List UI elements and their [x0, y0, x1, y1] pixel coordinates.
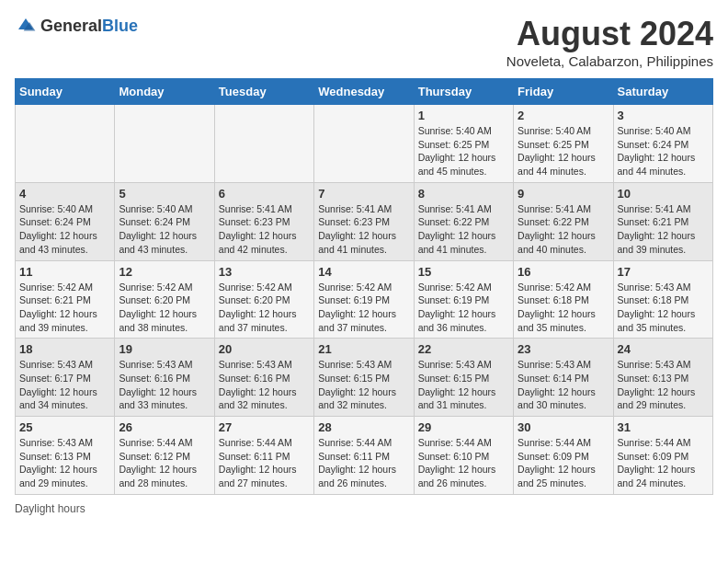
day-number: 3: [618, 109, 709, 122]
calendar-week-2: 11Sunrise: 5:42 AM Sunset: 6:21 PM Dayli…: [16, 260, 713, 339]
day-detail: Sunrise: 5:41 AM Sunset: 6:21 PM Dayligh…: [618, 202, 709, 257]
day-number: 26: [119, 420, 210, 434]
day-number: 18: [19, 342, 110, 356]
calendar-week-3: 18Sunrise: 5:43 AM Sunset: 6:17 PM Dayli…: [16, 339, 713, 417]
day-detail: Sunrise: 5:40 AM Sunset: 6:25 PM Dayligh…: [518, 124, 609, 178]
footer-note: Daylight hours: [15, 502, 713, 515]
calendar-cell: 29Sunrise: 5:44 AM Sunset: 6:10 PM Dayli…: [414, 417, 513, 495]
day-header-tuesday: Tuesday: [214, 79, 313, 105]
day-detail: Sunrise: 5:42 AM Sunset: 6:21 PM Dayligh…: [19, 281, 110, 335]
day-number: 28: [318, 420, 409, 434]
subtitle: Noveleta, Calabarzon, Philippines: [506, 53, 713, 69]
day-detail: Sunrise: 5:44 AM Sunset: 6:10 PM Dayligh…: [418, 436, 509, 490]
day-detail: Sunrise: 5:43 AM Sunset: 6:13 PM Dayligh…: [618, 358, 709, 412]
header: GeneralBlue August 2024 Noveleta, Calaba…: [15, 15, 713, 69]
logo-icon: [15, 15, 37, 37]
day-number: 13: [219, 265, 310, 279]
calendar-cell: [16, 105, 115, 183]
calendar-week-0: 1Sunrise: 5:40 AM Sunset: 6:25 PM Daylig…: [16, 105, 713, 183]
day-number: 11: [19, 265, 110, 279]
day-detail: Sunrise: 5:42 AM Sunset: 6:18 PM Dayligh…: [518, 281, 609, 335]
day-detail: Sunrise: 5:44 AM Sunset: 6:12 PM Dayligh…: [119, 436, 210, 490]
calendar-cell: [115, 105, 214, 183]
day-number: 23: [518, 342, 609, 356]
day-detail: Sunrise: 5:44 AM Sunset: 6:11 PM Dayligh…: [219, 436, 310, 490]
calendar-cell: 31Sunrise: 5:44 AM Sunset: 6:09 PM Dayli…: [613, 417, 712, 495]
calendar-cell: [314, 105, 414, 183]
calendar-cell: 19Sunrise: 5:43 AM Sunset: 6:16 PM Dayli…: [115, 339, 214, 417]
calendar-cell: 17Sunrise: 5:43 AM Sunset: 6:18 PM Dayli…: [613, 260, 712, 339]
calendar-cell: 6Sunrise: 5:41 AM Sunset: 6:23 PM Daylig…: [214, 182, 313, 260]
calendar-cell: 2Sunrise: 5:40 AM Sunset: 6:25 PM Daylig…: [514, 105, 613, 183]
main-title: August 2024: [506, 15, 713, 53]
calendar-cell: 30Sunrise: 5:44 AM Sunset: 6:09 PM Dayli…: [514, 417, 613, 495]
day-number: 31: [618, 420, 709, 434]
day-number: 25: [19, 420, 110, 434]
day-number: 16: [518, 265, 609, 279]
day-number: 8: [418, 187, 509, 201]
day-detail: Sunrise: 5:43 AM Sunset: 6:18 PM Dayligh…: [618, 281, 709, 335]
calendar-cell: 14Sunrise: 5:42 AM Sunset: 6:19 PM Dayli…: [314, 260, 414, 339]
day-detail: Sunrise: 5:42 AM Sunset: 6:19 PM Dayligh…: [418, 281, 509, 335]
day-header-sunday: Sunday: [16, 79, 115, 105]
day-header-wednesday: Wednesday: [314, 79, 414, 105]
day-number: 4: [19, 187, 110, 201]
day-number: 14: [318, 265, 409, 279]
calendar-cell: 1Sunrise: 5:40 AM Sunset: 6:25 PM Daylig…: [414, 105, 513, 183]
calendar-week-1: 4Sunrise: 5:40 AM Sunset: 6:24 PM Daylig…: [16, 182, 713, 260]
day-number: 7: [318, 187, 409, 201]
calendar-cell: 26Sunrise: 5:44 AM Sunset: 6:12 PM Dayli…: [115, 417, 214, 495]
day-number: 15: [418, 265, 509, 279]
day-detail: Sunrise: 5:41 AM Sunset: 6:23 PM Dayligh…: [219, 202, 310, 257]
calendar-cell: 24Sunrise: 5:43 AM Sunset: 6:13 PM Dayli…: [613, 339, 712, 417]
day-number: 21: [318, 342, 409, 356]
day-detail: Sunrise: 5:40 AM Sunset: 6:24 PM Dayligh…: [618, 124, 709, 178]
calendar-cell: 25Sunrise: 5:43 AM Sunset: 6:13 PM Dayli…: [16, 417, 115, 495]
day-detail: Sunrise: 5:43 AM Sunset: 6:16 PM Dayligh…: [219, 358, 310, 412]
day-detail: Sunrise: 5:40 AM Sunset: 6:24 PM Dayligh…: [119, 202, 210, 257]
day-header-monday: Monday: [115, 79, 214, 105]
calendar-cell: 20Sunrise: 5:43 AM Sunset: 6:16 PM Dayli…: [214, 339, 313, 417]
day-detail: Sunrise: 5:41 AM Sunset: 6:23 PM Dayligh…: [318, 202, 409, 257]
day-detail: Sunrise: 5:44 AM Sunset: 6:09 PM Dayligh…: [618, 436, 709, 490]
calendar-cell: 23Sunrise: 5:43 AM Sunset: 6:14 PM Dayli…: [514, 339, 613, 417]
calendar-cell: 7Sunrise: 5:41 AM Sunset: 6:23 PM Daylig…: [314, 182, 414, 260]
logo-blue: Blue: [102, 17, 138, 35]
calendar-table: SundayMondayTuesdayWednesdayThursdayFrid…: [15, 78, 713, 495]
day-number: 24: [618, 342, 709, 356]
calendar-cell: 5Sunrise: 5:40 AM Sunset: 6:24 PM Daylig…: [115, 182, 214, 260]
day-number: 12: [119, 265, 210, 279]
day-detail: Sunrise: 5:44 AM Sunset: 6:09 PM Dayligh…: [518, 436, 609, 490]
day-detail: Sunrise: 5:43 AM Sunset: 6:15 PM Dayligh…: [418, 358, 509, 412]
day-detail: Sunrise: 5:44 AM Sunset: 6:11 PM Dayligh…: [318, 436, 409, 490]
logo-general: General: [40, 17, 102, 35]
calendar-cell: 8Sunrise: 5:41 AM Sunset: 6:22 PM Daylig…: [414, 182, 513, 260]
calendar-week-4: 25Sunrise: 5:43 AM Sunset: 6:13 PM Dayli…: [16, 417, 713, 495]
calendar-cell: 4Sunrise: 5:40 AM Sunset: 6:24 PM Daylig…: [16, 182, 115, 260]
day-number: 19: [119, 342, 210, 356]
day-number: 6: [219, 187, 310, 201]
day-detail: Sunrise: 5:41 AM Sunset: 6:22 PM Dayligh…: [418, 202, 509, 257]
day-number: 27: [219, 420, 310, 434]
day-number: 9: [518, 187, 609, 201]
calendar-cell: 12Sunrise: 5:42 AM Sunset: 6:20 PM Dayli…: [115, 260, 214, 339]
day-number: 20: [219, 342, 310, 356]
day-number: 22: [418, 342, 509, 356]
day-detail: Sunrise: 5:42 AM Sunset: 6:20 PM Dayligh…: [119, 281, 210, 335]
day-detail: Sunrise: 5:42 AM Sunset: 6:19 PM Dayligh…: [318, 281, 409, 335]
title-section: August 2024 Noveleta, Calabarzon, Philip…: [506, 15, 713, 69]
day-detail: Sunrise: 5:43 AM Sunset: 6:17 PM Dayligh…: [19, 358, 110, 412]
calendar-cell: [214, 105, 313, 183]
calendar-cell: 27Sunrise: 5:44 AM Sunset: 6:11 PM Dayli…: [214, 417, 313, 495]
calendar-cell: 9Sunrise: 5:41 AM Sunset: 6:22 PM Daylig…: [514, 182, 613, 260]
day-number: 29: [418, 420, 509, 434]
day-detail: Sunrise: 5:40 AM Sunset: 6:25 PM Dayligh…: [418, 124, 509, 178]
calendar-cell: 3Sunrise: 5:40 AM Sunset: 6:24 PM Daylig…: [613, 105, 712, 183]
day-number: 1: [418, 109, 509, 122]
day-header-friday: Friday: [514, 79, 613, 105]
calendar-cell: 28Sunrise: 5:44 AM Sunset: 6:11 PM Dayli…: [314, 417, 414, 495]
day-detail: Sunrise: 5:43 AM Sunset: 6:14 PM Dayligh…: [518, 358, 609, 412]
day-header-thursday: Thursday: [414, 79, 513, 105]
day-number: 17: [618, 265, 709, 279]
day-detail: Sunrise: 5:40 AM Sunset: 6:24 PM Dayligh…: [19, 202, 110, 257]
